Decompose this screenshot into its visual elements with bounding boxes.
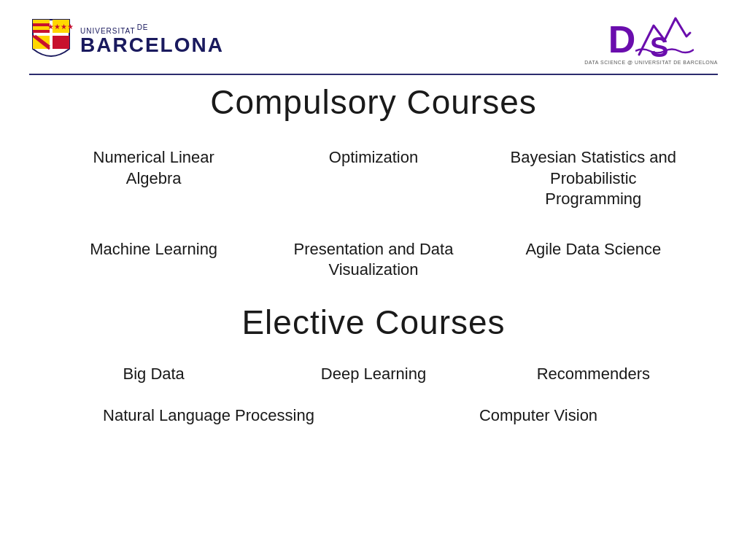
elective-row1: Big Data Deep Learning Recommenders <box>29 357 718 392</box>
course-presentation-data-viz: Presentation and DataVisualization <box>263 228 483 292</box>
ub-logo: ★★★★ UNIVERSITATDE BARCELONA <box>29 16 224 63</box>
compulsory-title: Compulsory Courses <box>29 82 718 122</box>
ds-letters: D S <box>608 15 694 58</box>
elective-row2: Natural Language Processing Computer Vis… <box>29 398 718 434</box>
svg-text:★★★★: ★★★★ <box>47 23 73 31</box>
page: ★★★★ UNIVERSITATDE BARCELONA D <box>0 0 747 560</box>
course-recommenders: Recommenders <box>484 357 703 392</box>
ub-barcelona-label: BARCELONA <box>80 35 224 55</box>
course-machine-learning: Machine Learning <box>44 228 263 292</box>
course-computer-vision: Computer Vision <box>374 398 703 434</box>
ds-tagline: DATA SCIENCE @ UNIVERSITAT DE BARCELONA <box>584 60 718 65</box>
course-numerical-linear-algebra: Numerical LinearAlgebra <box>44 136 263 221</box>
ds-chart-icon: S <box>635 15 694 58</box>
compulsory-section: Compulsory Courses Numerical LinearAlgeb… <box>29 82 718 292</box>
elective-section: Elective Courses Big Data Deep Learning … <box>29 303 718 433</box>
ub-shield-icon: ★★★★ <box>29 16 73 63</box>
ub-text: UNIVERSITATDE BARCELONA <box>80 24 224 55</box>
course-agile-data-science: Agile Data Science <box>484 228 703 292</box>
ds-logo: D S DATA SCIENCE @ UNIVERSITAT DE BARCEL… <box>584 15 718 65</box>
svg-text:S: S <box>650 32 668 58</box>
course-big-data: Big Data <box>44 357 263 392</box>
elective-title: Elective Courses <box>29 303 718 342</box>
ds-d-letter: D <box>608 20 636 58</box>
course-deep-learning: Deep Learning <box>263 357 483 392</box>
compulsory-row1: Numerical LinearAlgebra Optimization Bay… <box>29 136 718 221</box>
svg-rect-1 <box>53 36 69 49</box>
header: ★★★★ UNIVERSITATDE BARCELONA D <box>29 15 718 75</box>
course-optimization: Optimization <box>263 136 483 221</box>
compulsory-row2: Machine Learning Presentation and DataVi… <box>29 228 718 292</box>
course-bayesian-statistics: Bayesian Statistics andProbabilisticProg… <box>484 136 703 221</box>
course-nlp: Natural Language Processing <box>44 398 374 434</box>
